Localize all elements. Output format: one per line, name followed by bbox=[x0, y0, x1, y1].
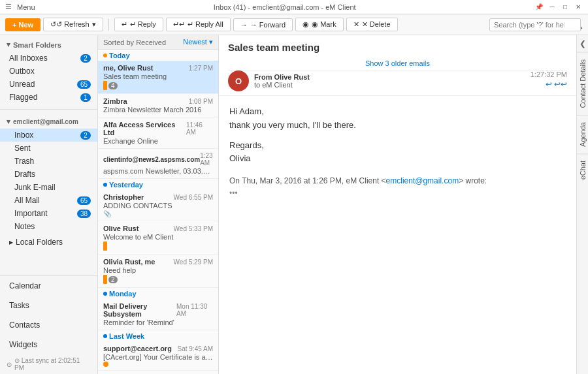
last-week-dot bbox=[103, 334, 107, 338]
email-sender: clientinfo@news2.aspsms.com 1:23 AM bbox=[103, 152, 213, 166]
minimize-button[interactable]: ─ bbox=[547, 3, 557, 12]
sidebar-nav-tasks[interactable]: Tasks bbox=[0, 296, 97, 315]
date-group-yesterday: Yesterday bbox=[98, 179, 218, 190]
forward-button[interactable]: → → Forward bbox=[233, 18, 293, 31]
show-older-button[interactable]: Show 3 older emails bbox=[228, 57, 567, 70]
reply-button[interactable]: ↵ ↵ Reply bbox=[114, 18, 163, 31]
right-tab-echat[interactable]: eChat bbox=[577, 153, 589, 186]
sidebar-item-drafts[interactable]: Drafts bbox=[0, 168, 97, 181]
email-item-sales-meeting[interactable]: me, Olive Rust 1:27 PM Sales team meetin… bbox=[98, 61, 218, 94]
right-panel: ❮ Contact Details Agenda eChat bbox=[576, 35, 588, 374]
monday-dot bbox=[103, 292, 107, 296]
sidebar-item-unread[interactable]: Unread 65 bbox=[0, 78, 97, 91]
account-label: emclient@gmail.com bbox=[13, 118, 78, 125]
order-label[interactable]: Newest ▾ bbox=[183, 38, 213, 46]
sidebar-item-important[interactable]: Important 38 bbox=[0, 207, 97, 220]
mark-button[interactable]: ◉ ◉ Mark bbox=[295, 18, 344, 31]
sidebar-item-outbox[interactable]: Outbox bbox=[0, 65, 97, 78]
sidebar-item-local-folders[interactable]: ▸ Local Folders bbox=[0, 236, 97, 249]
account-arrow: ▾ bbox=[7, 117, 10, 126]
right-panel-chevron[interactable]: ❮ bbox=[576, 35, 589, 52]
email-item-christopher[interactable]: Christopher Wed 6:55 PM ADDING CONTACTS … bbox=[98, 190, 218, 221]
smart-folders-label: Smart Folders bbox=[13, 41, 61, 49]
email-viewer: Sales team meeting Show 3 older emails O… bbox=[219, 35, 576, 374]
email-sender: Alfa Access Services Ltd 11:46 AM bbox=[103, 121, 213, 136]
reply-all-icon: ↵↵ bbox=[173, 20, 185, 29]
email-item-clientinfo[interactable]: clientinfo@news2.aspsms.com 1:23 AM asps… bbox=[98, 149, 218, 179]
today-dot bbox=[103, 54, 107, 57]
date-group-today: Today bbox=[98, 50, 218, 61]
email-view-subject: Sales team meeting bbox=[228, 42, 567, 53]
close-button[interactable]: ✕ bbox=[574, 3, 583, 12]
new-button[interactable]: + New bbox=[5, 18, 41, 31]
email-list-header: Sorted by Received Newest ▾ bbox=[98, 35, 218, 50]
quote-email-link[interactable]: emclient@gmail.com bbox=[386, 176, 459, 185]
email-item-cacert[interactable]: support@cacert.org Sat 9:45 AM [CAcert.o… bbox=[98, 341, 218, 371]
sidebar-item-all-inboxes[interactable]: All Inboxes 2 bbox=[0, 52, 97, 65]
reply-all-button[interactable]: ↵↵ ↵ Reply All bbox=[166, 18, 231, 31]
sidebar-item-junk[interactable]: Junk E-mail bbox=[0, 181, 97, 194]
sidebar-nav-contacts[interactable]: Contacts bbox=[0, 315, 97, 335]
email-viewer-header: Sales team meeting Show 3 older emails O… bbox=[219, 35, 576, 96]
email-sender: Christopher Wed 6:55 PM bbox=[103, 193, 213, 201]
email-item-alfa[interactable]: Alfa Access Services Ltd 11:46 AM Exchan… bbox=[98, 117, 218, 149]
yesterday-dot bbox=[103, 183, 107, 187]
flag-badge bbox=[103, 81, 107, 90]
email-viewer-body: Hi Adam, thank you very much, I'll be th… bbox=[219, 96, 576, 374]
sidebar-divider-1 bbox=[0, 109, 97, 110]
sidebar-item-inbox[interactable]: Inbox 2 bbox=[0, 129, 97, 142]
email-view-meta: O From Olive Rust to eM Client 1:27:32 P… bbox=[228, 70, 567, 91]
sync-icon: ⊙ bbox=[7, 361, 12, 368]
menu-button[interactable]: ☰ bbox=[5, 3, 12, 11]
mark-icon: ◉ bbox=[302, 20, 309, 29]
maximize-button[interactable]: □ bbox=[561, 3, 570, 12]
flag-badge bbox=[103, 275, 107, 284]
orange-dot-badge bbox=[103, 362, 108, 367]
email-action-icons[interactable]: ↩ ↩↩ bbox=[546, 80, 567, 89]
right-tab-contact-details[interactable]: Contact Details bbox=[577, 52, 589, 115]
sidebar-item-all-mail[interactable]: All Mail 65 bbox=[0, 194, 97, 207]
email-item-olivia-rust[interactable]: Olivia Rust, me Wed 5:29 PM Need help 2 bbox=[98, 255, 218, 288]
email-from-details: From Olive Rust to eM Client bbox=[254, 73, 310, 89]
sort-label: Sorted by Received bbox=[103, 39, 166, 46]
email-list-body: Today me, Olive Rust 1:27 PM Sales team … bbox=[98, 50, 218, 374]
menu-label[interactable]: Menu bbox=[17, 3, 35, 11]
attachment-icon: 📎 bbox=[103, 210, 111, 217]
forward-icon: → bbox=[240, 21, 248, 29]
sidebar-status: ⊙ ⊙ Last sync at 2:02:51 PM bbox=[0, 354, 97, 374]
date-group-last-week: Last Week bbox=[98, 330, 218, 341]
toolbar: + New ↺ ↺ Refresh ▾ ↵ ↵ Reply ↵↵ ↵ Reply… bbox=[0, 14, 588, 35]
email-item-zimbra[interactable]: Zimbra 1:08 PM Zimbra Newsletter March 2… bbox=[98, 94, 218, 117]
email-sender: me, Olive Rust 1:27 PM bbox=[103, 64, 213, 72]
right-tab-agenda[interactable]: Agenda bbox=[577, 115, 589, 153]
email-regards: Regards, Olivia bbox=[229, 139, 566, 166]
email-greeting: Hi Adam, thank you very much, I'll be th… bbox=[229, 105, 566, 132]
account-header[interactable]: ▾ emclient@gmail.com bbox=[0, 115, 97, 129]
email-quote: On Thu, Mar 3, 2016 at 1:26 PM, eM Clien… bbox=[229, 175, 566, 200]
refresh-button[interactable]: ↺ ↺ Refresh ▾ bbox=[43, 18, 103, 31]
smart-folders-header[interactable]: ▾ Smart Folders bbox=[0, 38, 97, 52]
search-input[interactable] bbox=[489, 18, 581, 31]
email-from-name: From Olive Rust bbox=[254, 73, 310, 81]
email-item-olivia-quote[interactable]: Olivia Rust Thu 2/25 Quote and availabil… bbox=[98, 371, 218, 374]
pin-button[interactable]: 📌 bbox=[534, 3, 544, 12]
sidebar-item-sent[interactable]: Sent bbox=[0, 142, 97, 155]
email-sender: Olive Rust Wed 5:33 PM bbox=[103, 225, 213, 232]
sidebar-nav-widgets[interactable]: Widgets bbox=[0, 335, 97, 354]
email-sender: Mail Delivery Subsystem Mon 11:30 AM bbox=[103, 302, 213, 318]
sidebar-nav-calendar[interactable]: Calendar bbox=[0, 276, 97, 296]
avatar: O bbox=[228, 70, 249, 91]
delete-icon: ✕ bbox=[353, 20, 359, 29]
email-view-from: O From Olive Rust to eM Client bbox=[228, 70, 310, 91]
refresh-dropdown-icon[interactable]: ▾ bbox=[92, 20, 96, 29]
toolbar-right: 🔍 bbox=[489, 18, 583, 31]
email-item-olive-rust[interactable]: Olive Rust Wed 5:33 PM Welcome to eM Cli… bbox=[98, 221, 218, 255]
delete-button[interactable]: ✕ ✕ Delete bbox=[346, 18, 398, 31]
sidebar-item-trash[interactable]: Trash bbox=[0, 155, 97, 168]
email-sender: support@cacert.org Sat 9:45 AM bbox=[103, 345, 213, 352]
sidebar-item-flagged[interactable]: Flagged 1 bbox=[0, 91, 97, 104]
email-ellipsis: ••• bbox=[229, 187, 566, 200]
sidebar-item-notes[interactable]: Notes bbox=[0, 220, 97, 233]
email-list: Sorted by Received Newest ▾ Today me, Ol… bbox=[98, 35, 219, 374]
email-item-mail-delivery[interactable]: Mail Delivery Subsystem Mon 11:30 AM Rem… bbox=[98, 299, 218, 330]
